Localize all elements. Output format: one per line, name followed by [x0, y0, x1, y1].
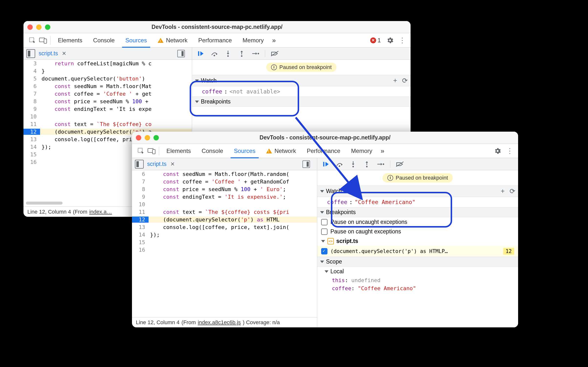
tab-console[interactable]: Console	[88, 33, 120, 47]
file-tab[interactable]: script.ts ✕	[147, 161, 175, 167]
pause-caught-checkbox[interactable]: Pause on caught exceptions	[317, 227, 518, 236]
close-icon[interactable]: ✕	[170, 161, 175, 167]
scope-header[interactable]: Scope	[317, 257, 518, 267]
debugger-toolbar	[192, 47, 411, 60]
error-count-badge[interactable]: ✕ 1	[370, 37, 381, 44]
tabs-overflow-icon[interactable]: »	[269, 36, 279, 44]
scope-local-header[interactable]: Local	[317, 267, 518, 276]
close-window-icon[interactable]	[27, 24, 33, 30]
watch-header[interactable]: Watch + ⟳	[192, 75, 411, 86]
more-panel-icon[interactable]	[303, 160, 310, 168]
code-line[interactable]: 4}	[23, 67, 192, 75]
step-over-icon[interactable]	[335, 160, 344, 168]
step-out-icon[interactable]	[238, 49, 246, 58]
maximize-window-icon[interactable]	[153, 135, 159, 140]
tab-elements[interactable]: Elements	[161, 144, 196, 158]
pause-uncaught-checkbox[interactable]: Pause on uncaught exceptions	[317, 217, 518, 227]
horizontal-scrollbar[interactable]	[26, 202, 63, 205]
code-line[interactable]: 7 const coffee = 'Coffee ' + getRandomCo…	[132, 178, 317, 185]
status-bar: Line 12, Column 4 (From index.a8c1ec6b.j…	[132, 317, 317, 327]
step-icon[interactable]	[376, 160, 385, 168]
code-line[interactable]: 7 const coffee = 'Coffee ' + get	[23, 90, 192, 98]
file-tab[interactable]: script.ts ✕	[39, 50, 66, 57]
settings-gear-icon[interactable]	[494, 147, 501, 155]
code-line[interactable]: 16	[132, 246, 317, 254]
code-line[interactable]: 10	[132, 201, 317, 208]
navigator-toggle-icon[interactable]	[26, 49, 35, 58]
tab-performance[interactable]: Performance	[301, 144, 346, 158]
more-menu-icon[interactable]: ⋮	[504, 147, 516, 155]
minimize-window-icon[interactable]	[36, 24, 42, 30]
code-line[interactable]: 8 const price = seedNum % 100 + ' Euro';	[132, 185, 317, 193]
refresh-watch-icon[interactable]: ⟳	[402, 77, 408, 85]
editor-subbar: script.ts ✕	[23, 47, 192, 60]
refresh-watch-icon[interactable]: ⟳	[510, 187, 515, 195]
code-line[interactable]: 13 console.log([coffee, price, text].joi…	[132, 223, 317, 231]
step-out-icon[interactable]	[363, 160, 371, 168]
svg-point-8	[241, 55, 242, 57]
inspect-icon[interactable]	[135, 146, 146, 156]
tabs-overflow-icon[interactable]: »	[378, 147, 387, 155]
close-window-icon[interactable]	[136, 135, 141, 140]
navigator-toggle-icon[interactable]	[135, 160, 144, 169]
tab-memory[interactable]: Memory	[237, 33, 269, 47]
inspect-icon[interactable]	[27, 35, 38, 46]
tab-sources[interactable]: Sources	[229, 144, 261, 158]
code-line[interactable]: 6 const seedNum = Math.floor(Mat	[23, 82, 192, 90]
tab-elements[interactable]: Elements	[53, 33, 88, 47]
tab-console[interactable]: Console	[196, 144, 229, 158]
code-line[interactable]: 6 const seedNum = Math.floor(Math.random…	[132, 170, 317, 178]
line-badge: 12	[503, 248, 514, 255]
checkbox-icon[interactable]	[321, 248, 327, 254]
code-line[interactable]: 9 const endingText = 'It is expe	[23, 105, 192, 113]
code-line[interactable]: 11 const text = `The ${coffee} co	[23, 120, 192, 128]
code-line[interactable]: 10	[23, 113, 192, 120]
window-title: DevTools - consistent-source-map-pc.netl…	[23, 24, 411, 30]
minimize-window-icon[interactable]	[145, 135, 150, 140]
more-panel-icon[interactable]	[177, 50, 185, 57]
tab-performance[interactable]: Performance	[193, 33, 237, 47]
breakpoints-header[interactable]: Breakpoints	[317, 207, 518, 217]
code-line[interactable]: 11 const text = `The ${coffee} costs ${p…	[132, 208, 317, 216]
info-icon: i	[271, 64, 277, 70]
watch-header[interactable]: Watch + ⟳	[317, 185, 518, 197]
step-into-icon[interactable]	[349, 160, 357, 168]
step-into-icon[interactable]	[224, 49, 232, 58]
checkbox-icon[interactable]	[321, 219, 327, 225]
more-menu-icon[interactable]: ⋮	[396, 36, 408, 44]
deactivate-breakpoints-icon[interactable]	[396, 160, 404, 168]
settings-gear-icon[interactable]	[386, 36, 394, 44]
step-icon[interactable]	[251, 49, 260, 58]
add-watch-icon[interactable]: +	[393, 77, 397, 85]
tab-network[interactable]: Network	[152, 33, 193, 47]
code-line[interactable]: 8 const price = seedNum % 100 +	[23, 98, 192, 105]
tab-memory[interactable]: Memory	[346, 144, 378, 158]
resume-icon[interactable]	[196, 49, 205, 58]
code-line[interactable]: 9 const endingText = 'It is expensive.';	[132, 193, 317, 201]
maximize-window-icon[interactable]	[45, 24, 50, 30]
code-line[interactable]: 3 return coffeeList[magicNum % c	[23, 60, 192, 67]
sourcemap-link[interactable]: index.a…	[89, 209, 112, 215]
breakpoint-item[interactable]: (document.querySelector('p') as HTMLP… 1…	[317, 246, 518, 257]
code-line[interactable]: 5document.querySelector('button')	[23, 75, 192, 82]
device-toggle-icon[interactable]	[38, 35, 48, 46]
svg-rect-14	[152, 149, 155, 154]
checkbox-icon[interactable]	[321, 229, 327, 235]
code-editor[interactable]: 6 const seedNum = Math.floor(Math.random…	[132, 170, 317, 317]
close-icon[interactable]: ✕	[62, 50, 66, 57]
code-line[interactable]: 15	[132, 239, 317, 246]
resume-icon[interactable]	[322, 160, 330, 168]
watch-expression[interactable]: coffee: "Coffee Americano"	[317, 197, 518, 207]
sourcemap-link[interactable]: index.a8c1ec6b.js	[198, 319, 241, 326]
tab-sources[interactable]: Sources	[120, 33, 152, 47]
watch-expression[interactable]: coffee: <not available>	[192, 86, 411, 97]
breakpoints-header[interactable]: Breakpoints	[192, 97, 411, 107]
tab-network[interactable]: Network	[261, 144, 301, 158]
breakpoint-file-header[interactable]: <> script.ts	[317, 236, 518, 246]
step-over-icon[interactable]	[210, 49, 218, 58]
code-line[interactable]: 12 (document.querySelector('p') as HTML	[132, 216, 317, 223]
device-toggle-icon[interactable]	[146, 146, 157, 156]
code-line[interactable]: 14});	[132, 231, 317, 239]
add-watch-icon[interactable]: +	[501, 187, 505, 195]
deactivate-breakpoints-icon[interactable]	[271, 49, 279, 58]
